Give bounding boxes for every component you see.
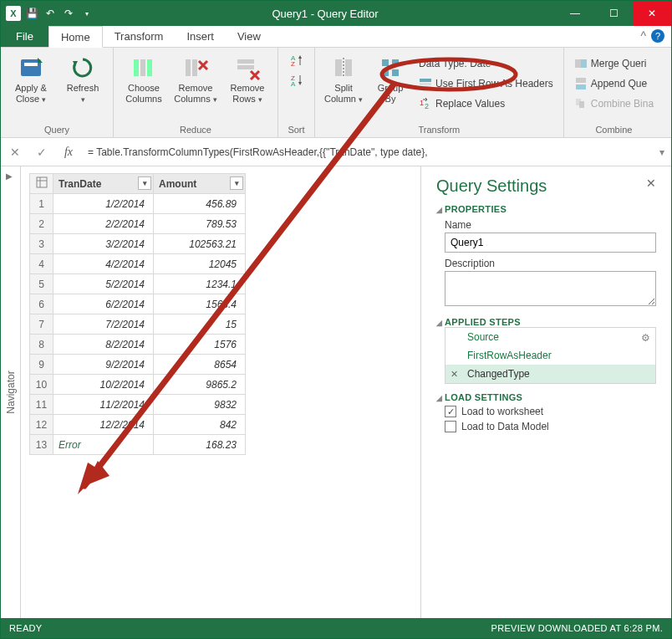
cell-trandate[interactable]: 7/2/2014 [53, 314, 154, 335]
cell-trandate[interactable]: 11/2/2014 [53, 395, 154, 415]
column-header-trandate[interactable]: TranDate ▾ [53, 174, 154, 194]
row-number[interactable]: 8 [30, 335, 53, 355]
cell-trandate[interactable]: 10/2/2014 [53, 375, 154, 395]
row-number[interactable]: 1 [30, 194, 53, 214]
accept-formula-button[interactable]: ✓ [34, 146, 49, 159]
tab-home[interactable]: Home [48, 26, 103, 48]
cell-trandate[interactable]: 8/2/2014 [53, 335, 154, 355]
close-button[interactable]: ✕ [633, 1, 671, 26]
properties-heading[interactable]: PROPERTIES [436, 204, 656, 214]
row-number[interactable]: 5 [30, 274, 53, 294]
table-row[interactable]: 55/2/20141234.1 [30, 274, 246, 294]
table-row[interactable]: 1212/2/2014842 [30, 415, 246, 435]
formula-text[interactable]: = Table.TransformColumnTypes(FirstRowAsH… [88, 146, 648, 158]
table-corner[interactable] [30, 174, 53, 194]
row-number[interactable]: 12 [30, 415, 53, 435]
qat-dropdown-icon[interactable]: ▾ [79, 6, 94, 21]
remove-rows-button[interactable]: Remove Rows ▾ [224, 51, 271, 104]
cell-trandate[interactable]: 4/2/2014 [53, 254, 154, 274]
data-type-dropdown[interactable]: Data Type: Date ▾ [415, 54, 557, 73]
cell-amount[interactable]: 12045 [154, 254, 246, 274]
cell-amount[interactable]: 1568.4 [154, 294, 246, 314]
cell-trandate[interactable]: 9/2/2014 [53, 355, 154, 375]
sort-desc-button[interactable]: ZA [285, 71, 308, 89]
close-settings-button[interactable]: ✕ [646, 176, 656, 190]
cell-amount[interactable]: 456.89 [154, 194, 246, 214]
row-number[interactable]: 9 [30, 355, 53, 375]
cell-amount[interactable]: 8654 [154, 355, 246, 375]
query-name-input[interactable] [445, 233, 656, 253]
row-number[interactable]: 4 [30, 254, 53, 274]
cell-trandate[interactable]: 1/2/2014 [53, 194, 154, 214]
undo-icon[interactable]: ↶ [43, 6, 58, 21]
choose-columns-button[interactable]: Choose Columns [120, 51, 167, 104]
table-row[interactable]: 66/2/20141568.4 [30, 294, 246, 314]
save-icon[interactable]: 💾 [24, 6, 39, 21]
cell-amount[interactable]: 1576 [154, 335, 246, 355]
row-number[interactable]: 2 [30, 214, 53, 234]
expand-navigator-icon[interactable]: ▶ [6, 171, 13, 181]
row-number[interactable]: 3 [30, 234, 53, 254]
table-row[interactable]: 1010/2/20149865.2 [30, 375, 246, 395]
cell-trandate[interactable]: 3/2/2014 [53, 234, 154, 254]
cell-trandate[interactable]: 6/2/2014 [53, 294, 154, 314]
cell-amount[interactable]: 1234.1 [154, 274, 246, 294]
applied-step[interactable]: Source⚙ [445, 328, 655, 346]
filter-dropdown-icon[interactable]: ▾ [230, 176, 243, 190]
query-description-input[interactable] [445, 271, 656, 306]
table-row[interactable]: 22/2/2014789.53 [30, 214, 246, 234]
table-row[interactable]: 99/2/20148654 [30, 355, 246, 375]
navigator-pane-collapsed[interactable]: ▶ Navigator [1, 166, 21, 618]
column-header-amount[interactable]: Amount ▾ [154, 174, 246, 194]
tab-insert[interactable]: Insert [175, 25, 226, 47]
load-worksheet-checkbox[interactable]: ✓ Load to worksheet [445, 406, 656, 417]
applied-step[interactable]: FirstRowAsHeader [445, 346, 655, 365]
cancel-formula-button[interactable]: ✕ [8, 146, 23, 159]
applied-step[interactable]: ✕ChangedType [445, 365, 655, 383]
expand-formula-button[interactable]: ▾ [659, 146, 664, 158]
apply-close-button[interactable]: Apply & Close ▾ [8, 51, 54, 104]
cell-amount[interactable]: 9832 [154, 395, 246, 415]
redo-icon[interactable]: ↷ [61, 6, 76, 21]
row-number[interactable]: 13 [30, 435, 53, 455]
maximize-button[interactable]: ☐ [594, 1, 633, 26]
tab-transform[interactable]: Transform [103, 25, 176, 47]
cell-amount[interactable]: 102563.21 [154, 234, 246, 254]
sort-asc-button[interactable]: AZ [285, 51, 308, 69]
cell-amount[interactable]: 168.23 [154, 435, 246, 455]
load-datamodel-checkbox[interactable]: Load to Data Model [445, 421, 656, 432]
cell-amount[interactable]: 15 [154, 314, 246, 335]
row-number[interactable]: 6 [30, 294, 53, 314]
cell-amount[interactable]: 789.53 [154, 214, 246, 234]
replace-values-button[interactable]: 12 Replace Values [415, 95, 557, 113]
row-number[interactable]: 11 [30, 395, 53, 415]
gear-icon[interactable]: ⚙ [641, 332, 650, 344]
table-row[interactable]: 44/2/201412045 [30, 254, 246, 274]
fx-icon[interactable]: fx [61, 146, 76, 159]
cell-trandate[interactable]: 2/2/2014 [53, 214, 154, 234]
merge-queries-button[interactable]: Merge Queri [571, 54, 657, 73]
load-settings-heading[interactable]: LOAD SETTINGS [436, 392, 656, 402]
tab-view[interactable]: View [226, 25, 272, 47]
row-number[interactable]: 7 [30, 314, 53, 335]
file-tab[interactable]: File [1, 25, 48, 47]
applied-steps-heading[interactable]: APPLIED STEPS [436, 317, 656, 327]
remove-columns-button[interactable]: Remove Columns ▾ [172, 51, 219, 104]
table-row[interactable]: 11/2/2014456.89 [30, 194, 246, 214]
table-row[interactable]: 88/2/20141576 [30, 335, 246, 355]
table-row[interactable]: 77/2/201415 [30, 314, 246, 335]
row-number[interactable]: 10 [30, 375, 53, 395]
table-row[interactable]: 13Error168.23 [30, 435, 246, 455]
table-row[interactable]: 33/2/2014102563.21 [30, 234, 246, 254]
refresh-button[interactable]: Refresh▾ [59, 51, 106, 104]
table-row[interactable]: 1111/2/20149832 [30, 395, 246, 415]
first-row-headers-button[interactable]: Use First Row As Headers [415, 74, 557, 93]
filter-dropdown-icon[interactable]: ▾ [138, 176, 151, 190]
delete-step-icon[interactable]: ✕ [451, 369, 458, 380]
help-icon[interactable]: ? [651, 29, 664, 43]
collapse-ribbon-icon[interactable]: ^ [640, 29, 646, 43]
group-by-button[interactable]: Group By [370, 51, 410, 113]
combine-binaries-button[interactable]: Combine Bina [571, 95, 657, 113]
cell-amount[interactable]: 842 [154, 415, 246, 435]
cell-trandate[interactable]: 5/2/2014 [53, 274, 154, 294]
